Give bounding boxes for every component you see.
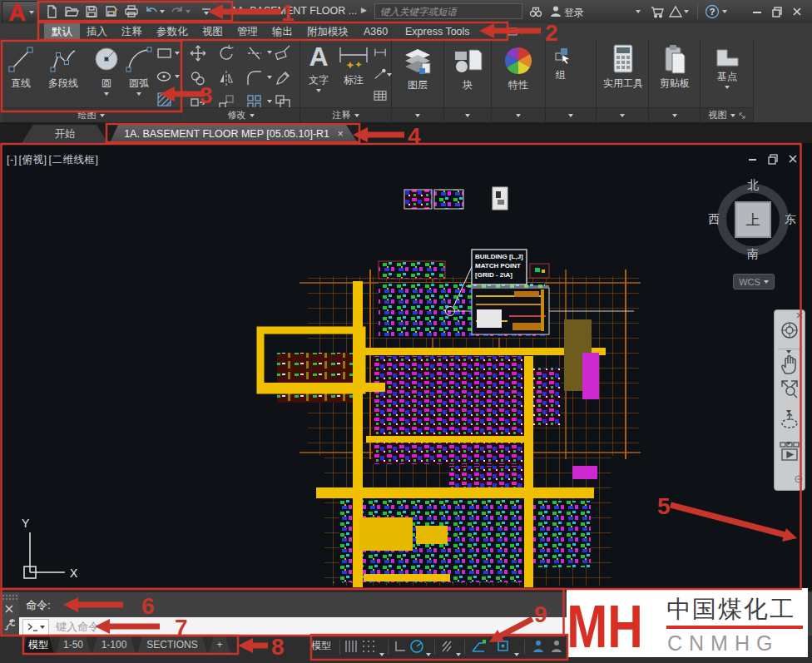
save-as-button[interactable]: [103, 4, 120, 19]
a360-dropdown[interactable]: [682, 4, 691, 19]
ribbon-tab-addins[interactable]: 附加模块: [300, 23, 356, 40]
rotate-tool-button[interactable]: [217, 44, 237, 64]
ribbon-tab-a360[interactable]: A360: [356, 23, 395, 40]
undo-dropdown[interactable]: [158, 4, 166, 19]
window-close-button[interactable]: [789, 4, 805, 19]
text-dropdown[interactable]: [316, 89, 321, 92]
command-close-icon[interactable]: [4, 604, 14, 614]
new-file-button[interactable]: [43, 4, 60, 19]
base-dropdown[interactable]: [725, 86, 730, 89]
navigation-wheel-icon[interactable]: [780, 320, 800, 340]
polar-tracking-icon[interactable]: [409, 639, 426, 656]
grid-dropdown[interactable]: [379, 645, 384, 660]
ellipse-tool-button[interactable]: [156, 70, 173, 83]
window-minimize-button[interactable]: [749, 4, 765, 19]
ribbon-tab-parametric[interactable]: 参数化: [149, 23, 196, 40]
snap-mode-icon[interactable]: [343, 639, 359, 656]
text-tool-button[interactable]: A 文字: [304, 42, 334, 92]
layout-tab-1-50[interactable]: 1-50: [56, 636, 91, 654]
search-icon[interactable]: [527, 4, 544, 19]
quick-calc-button[interactable]: 实用工具: [600, 43, 646, 91]
pan-tool-icon[interactable]: [780, 354, 800, 375]
redo-button[interactable]: [169, 4, 186, 19]
circle-dropdown[interactable]: [104, 92, 109, 96]
ortho-mode-icon[interactable]: [393, 639, 409, 656]
drawing-viewport[interactable]: BUILDING [L,J] MATCH POINT [GRID - 2\A]: [0, 143, 812, 591]
ribbon-tab-manage[interactable]: 管理: [230, 23, 265, 40]
object-snap-tracking-icon[interactable]: [471, 639, 491, 656]
polyline-tool-button[interactable]: 多段线: [38, 43, 88, 91]
command-grip[interactable]: [0, 592, 19, 636]
object-snap-icon[interactable]: [496, 639, 512, 656]
signin-dropdown[interactable]: [634, 4, 642, 19]
circle-tool-button[interactable]: 圆: [92, 43, 121, 96]
orbit-tool-icon[interactable]: [780, 410, 800, 432]
utilities-panel-label[interactable]: [597, 107, 648, 122]
rectangle-tool-button[interactable]: [156, 47, 173, 60]
ribbon-tab-annotate[interactable]: 注释: [114, 23, 150, 40]
properties-panel-label[interactable]: [492, 107, 545, 122]
paste-button[interactable]: 剪贴板: [654, 43, 696, 91]
base-point-button[interactable]: 基点: [707, 45, 747, 89]
insert-block-button[interactable]: 块: [451, 45, 484, 92]
dim-linear-button[interactable]: [374, 47, 387, 58]
cart-icon[interactable]: [649, 4, 666, 19]
title-expand-icon[interactable]: ▶: [361, 6, 367, 14]
navbar-customize-icon[interactable]: [795, 475, 803, 483]
annotation-scale-icon[interactable]: [549, 639, 566, 656]
doc-minimize-button[interactable]: [747, 153, 759, 165]
fillet-tool-button[interactable]: [245, 69, 265, 89]
viewport-view-control[interactable]: [俯视]: [19, 154, 47, 166]
window-restore-button[interactable]: [769, 4, 785, 19]
copy-tool-button[interactable]: [189, 69, 209, 89]
help-dropdown[interactable]: [720, 4, 729, 19]
plot-button[interactable]: [123, 4, 140, 19]
layout-tab-add[interactable]: +: [209, 636, 230, 654]
ribbon-tab-express-tools[interactable]: Express Tools: [398, 23, 478, 40]
layers-panel-label[interactable]: [392, 107, 443, 122]
layout-tab-sections[interactable]: SECTIONS: [137, 636, 207, 654]
trim-tool-button[interactable]: [245, 44, 265, 64]
help-icon[interactable]: ?: [704, 4, 720, 19]
viewcube-east[interactable]: 东: [785, 212, 796, 227]
layout-tab-1-100[interactable]: 1-100: [92, 636, 136, 654]
ellipse-dropdown[interactable]: [175, 75, 180, 78]
move-tool-button[interactable]: [189, 44, 209, 64]
ribbon-tab-view[interactable]: 视图: [195, 23, 230, 40]
arc-dropdown[interactable]: [136, 92, 141, 96]
panel-launcher-icon[interactable]: [739, 112, 745, 119]
viewcube-south[interactable]: 南: [747, 247, 759, 262]
draw-panel-label[interactable]: 绘图: [2, 107, 181, 122]
a360-icon[interactable]: [667, 4, 684, 19]
command-input[interactable]: 键入命令: [19, 617, 568, 637]
viewcube-west[interactable]: 西: [708, 212, 720, 227]
groups-panel-label[interactable]: [546, 107, 596, 122]
showmotion-icon[interactable]: [779, 440, 800, 462]
hatch-tool-button[interactable]: [156, 92, 173, 108]
statusbar-model-button[interactable]: 模型: [311, 639, 331, 653]
viewport-control-menu[interactable]: [-]: [7, 154, 17, 166]
viewcube-top-face[interactable]: 上: [735, 201, 771, 238]
trim-dropdown[interactable]: [267, 51, 272, 54]
explode-tool-button[interactable]: [274, 69, 294, 89]
polar-dropdown[interactable]: [426, 645, 431, 660]
undo-button[interactable]: [143, 4, 160, 19]
save-button[interactable]: [83, 4, 100, 19]
zoom-extents-icon[interactable]: [780, 379, 800, 400]
wcs-menu[interactable]: WCS: [733, 274, 775, 289]
mirror-tool-button[interactable]: [217, 69, 237, 89]
table-tool-button[interactable]: [374, 90, 387, 101]
file-tab-drawing[interactable]: 1A. BASEMENT FLOOR MEP [05.05.10]-R1 ×: [110, 125, 358, 143]
arc-tool-button[interactable]: 圆弧: [123, 43, 155, 96]
annotation-visibility-icon[interactable]: [531, 639, 547, 656]
annotate-panel-label[interactable]: 注释: [300, 107, 391, 122]
command-prompt-icon[interactable]: [22, 619, 49, 636]
viewcube-north[interactable]: 北: [747, 178, 759, 193]
command-customize-icon[interactable]: [3, 619, 15, 631]
layout-tab-model[interactable]: 模型: [22, 636, 54, 654]
file-tab-start[interactable]: 开始: [22, 125, 108, 143]
navbar-close-icon[interactable]: [796, 312, 803, 319]
grid-display-icon[interactable]: [361, 639, 378, 656]
clipboard-panel-label[interactable]: [649, 107, 700, 122]
ribbon-tab-insert[interactable]: 插入: [79, 23, 115, 40]
